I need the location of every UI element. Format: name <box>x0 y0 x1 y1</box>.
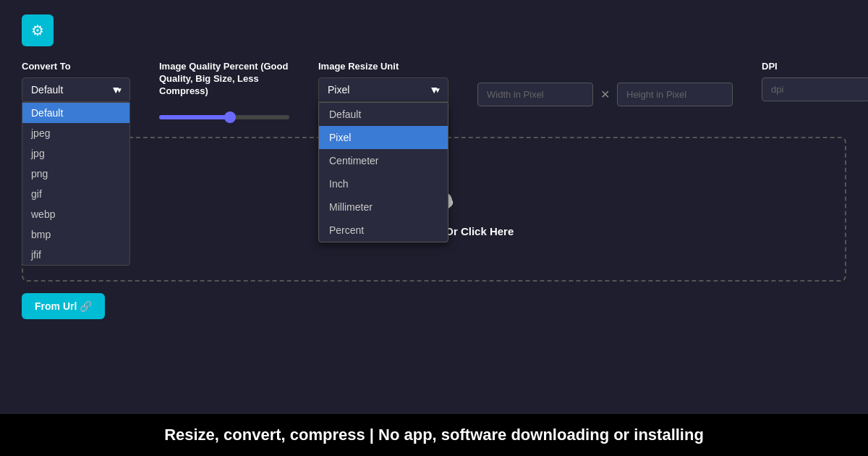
quality-slider[interactable] <box>159 115 289 119</box>
quality-slider-container <box>159 109 289 122</box>
list-item[interactable]: Inch <box>319 172 448 195</box>
convert-to-select-wrapper[interactable]: Default ▼ Default jpeg jpg png gif webp … <box>22 77 130 102</box>
chevron-down-icon: ▼ <box>429 84 439 96</box>
convert-to-value: Default <box>31 84 63 96</box>
height-input[interactable] <box>617 83 733 106</box>
gear-button[interactable]: ⚙ <box>22 14 54 46</box>
from-url-label: From Url 🔗 <box>35 300 92 312</box>
width-input[interactable] <box>477 83 593 106</box>
convert-to-group: Convert To Default ▼ Default jpeg jpg pn… <box>22 61 130 102</box>
list-item[interactable]: jpg <box>22 143 129 164</box>
convert-to-display[interactable]: Default ▼ <box>22 77 130 102</box>
gear-icon: ⚙ <box>31 22 44 39</box>
list-item[interactable]: png <box>22 164 129 184</box>
dpi-input[interactable] <box>762 77 868 101</box>
convert-to-dropdown: Default jpeg jpg png gif webp bmp jfif <box>22 102 130 266</box>
dpi-label: DPI <box>762 61 868 72</box>
list-item[interactable]: jfif <box>22 245 129 265</box>
quality-group: Image Quality Percent (Good Quality, Big… <box>159 61 289 122</box>
unit-display[interactable]: Pixel ▼ <box>318 77 448 102</box>
list-item[interactable]: Default <box>319 103 448 126</box>
chevron-down-icon: ▼ <box>111 84 121 96</box>
from-url-button[interactable]: From Url 🔗 <box>22 293 105 319</box>
unit-value: Pixel <box>328 84 349 96</box>
quality-label: Image Quality Percent (Good Quality, Big… <box>159 61 289 98</box>
list-item[interactable]: Millimeter <box>319 195 448 219</box>
resize-unit-group: Image Resize Unit Pixel ▼ Default Pixel … <box>318 61 448 102</box>
dpi-group: DPI <box>762 61 868 101</box>
list-item[interactable]: bmp <box>22 224 129 245</box>
times-icon: ✕ <box>600 88 610 101</box>
list-item[interactable]: webp <box>22 204 129 224</box>
list-item[interactable]: Pixel <box>319 126 448 149</box>
resize-unit-label: Image Resize Unit <box>318 61 448 72</box>
footer-text: Resize, convert, compress | No app, soft… <box>164 426 704 444</box>
list-item[interactable]: Percent <box>319 219 448 242</box>
unit-dropdown: Default Pixel Centimeter Inch Millimeter… <box>318 102 448 242</box>
footer-bar: Resize, convert, compress | No app, soft… <box>0 414 868 456</box>
unit-select-wrapper[interactable]: Pixel ▼ Default Pixel Centimeter Inch Mi… <box>318 77 448 102</box>
list-item[interactable]: Centimeter <box>319 149 448 172</box>
convert-to-label: Convert To <box>22 61 130 72</box>
list-item[interactable]: Default <box>22 103 129 123</box>
list-item[interactable]: jpeg <box>22 123 129 143</box>
list-item[interactable]: gif <box>22 184 129 204</box>
dimension-inputs: ✕ <box>477 83 733 106</box>
